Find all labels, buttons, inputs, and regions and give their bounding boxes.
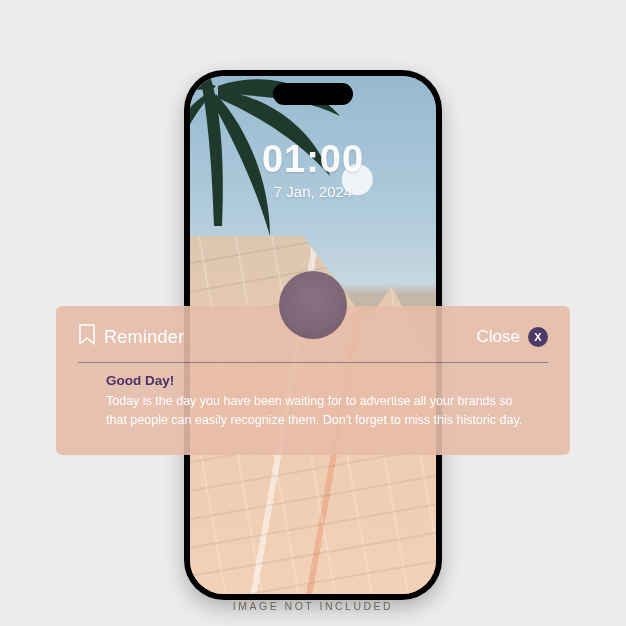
- reminder-body: Good Day! Today is the day you have been…: [78, 373, 548, 431]
- reminder-text: Today is the day you have been waiting f…: [106, 392, 536, 431]
- reminder-title-group: Reminder: [78, 324, 184, 350]
- reminder-greeting: Good Day!: [106, 373, 548, 388]
- lockscreen-clock: 01:00 7 Jan, 2024: [190, 138, 436, 200]
- clock-time: 01:00: [190, 138, 436, 181]
- close-button[interactable]: Close X: [477, 327, 548, 347]
- close-label: Close: [477, 327, 520, 347]
- phone-notch: [273, 83, 353, 105]
- avatar: [279, 271, 347, 339]
- bookmark-icon: [78, 324, 96, 350]
- clock-date: 7 Jan, 2024: [190, 183, 436, 200]
- footer-note: IMAGE NOT INCLUDED: [0, 600, 626, 612]
- reminder-title: Reminder: [104, 327, 184, 348]
- close-icon: X: [528, 327, 548, 347]
